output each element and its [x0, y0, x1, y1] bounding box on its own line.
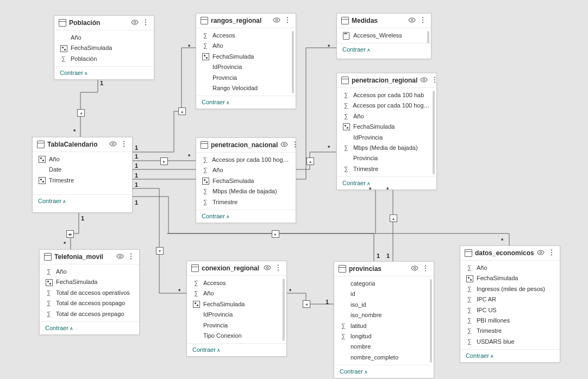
- field-row[interactable]: Accesos: [196, 30, 296, 41]
- field-row[interactable]: IdProvincia: [187, 309, 286, 320]
- field-row[interactable]: nombre: [334, 342, 434, 352]
- field-row[interactable]: FechaSimulada: [337, 122, 436, 132]
- scrollbar[interactable]: [292, 31, 294, 93]
- table-poblacion[interactable]: Población Año FechaSimulada Población Co…: [54, 15, 154, 80]
- visibility-icon[interactable]: [264, 264, 271, 273]
- more-icon[interactable]: [284, 16, 291, 25]
- collapse-link[interactable]: Contraer: [38, 198, 66, 204]
- field-row[interactable]: Año: [33, 154, 132, 165]
- collapse-link[interactable]: Contraer: [192, 346, 221, 353]
- field-row[interactable]: Provincia: [187, 320, 286, 331]
- visibility-icon[interactable]: [420, 76, 428, 85]
- field-row[interactable]: Año: [40, 267, 139, 277]
- field-row[interactable]: FechaSimulada: [187, 299, 286, 309]
- table-medidas[interactable]: Medidas Accesos_Wireless Contraer: [336, 13, 431, 59]
- field-row[interactable]: IdProvincia: [196, 62, 296, 72]
- field-row[interactable]: Año: [460, 263, 560, 273]
- field-row[interactable]: Trimestre: [460, 326, 560, 336]
- visibility-icon[interactable]: [131, 18, 139, 27]
- visibility-icon[interactable]: [537, 249, 545, 257]
- more-icon[interactable]: [419, 16, 427, 25]
- field-row[interactable]: Provincia: [196, 73, 296, 83]
- more-icon[interactable]: [127, 252, 135, 261]
- table-datos_econ[interactable]: datos_economicos Año FechaSimulada Ingre…: [460, 245, 560, 363]
- more-icon[interactable]: [431, 76, 439, 85]
- collapse-link[interactable]: Contraer: [340, 368, 368, 375]
- collapse-link[interactable]: Contraer: [60, 70, 88, 76]
- table-tablacalendario[interactable]: TablaCalendario Año Date Trimestre Contr…: [32, 137, 133, 213]
- more-icon[interactable]: [142, 18, 149, 27]
- field-row[interactable]: latitud: [334, 321, 434, 331]
- field-row[interactable]: Año: [196, 165, 296, 175]
- table-header[interactable]: datos_economicos: [460, 246, 560, 261]
- field-row[interactable]: longitud: [334, 331, 434, 342]
- field-row[interactable]: Ingresos (miles de pesos): [460, 284, 560, 294]
- field-row[interactable]: Accesos por cada 100 hogares: [196, 155, 296, 165]
- visibility-icon[interactable]: [273, 16, 280, 25]
- table-header[interactable]: penetracion_nacional: [196, 138, 296, 153]
- table-header[interactable]: Población: [54, 16, 154, 30]
- more-icon[interactable]: [291, 141, 299, 149]
- collapse-link[interactable]: Contraer: [342, 180, 371, 186]
- field-row[interactable]: Accesos: [187, 278, 286, 288]
- field-row[interactable]: iso_nombre: [334, 310, 434, 320]
- table-penetracion_nac[interactable]: penetracion_nacional Accesos por cada 10…: [196, 137, 296, 223]
- field-row[interactable]: Tipo Conexion: [187, 331, 286, 341]
- field-row[interactable]: PBI millones: [460, 315, 560, 326]
- more-icon[interactable]: [548, 249, 555, 257]
- table-rangos[interactable]: rangos_regional Accesos Año FechaSimulad…: [196, 13, 296, 109]
- field-row[interactable]: IPC US: [460, 305, 560, 315]
- collapse-link[interactable]: Contraer: [466, 352, 494, 359]
- field-row[interactable]: Año: [337, 111, 436, 122]
- field-row[interactable]: categoria: [334, 279, 434, 289]
- table-header[interactable]: penetracion_regional: [337, 73, 436, 88]
- model-canvas[interactable]: Población Año FechaSimulada Población Co…: [0, 0, 588, 379]
- field-row[interactable]: id: [334, 289, 434, 299]
- table-header[interactable]: TablaCalendario: [33, 137, 132, 152]
- field-row[interactable]: USDARS blue: [460, 337, 560, 347]
- field-row[interactable]: iso_id: [334, 300, 434, 310]
- table-header[interactable]: conexion_regional: [187, 261, 286, 276]
- table-telefonia[interactable]: Telefonia_movil Año FechaSimulada Total …: [39, 249, 140, 335]
- field-row[interactable]: nombre_completo: [334, 352, 434, 363]
- more-icon[interactable]: [274, 264, 282, 273]
- visibility-icon[interactable]: [116, 252, 124, 261]
- visibility-icon[interactable]: [411, 264, 418, 273]
- visibility-icon[interactable]: [408, 16, 416, 25]
- collapse-link[interactable]: Contraer: [202, 99, 230, 105]
- scrollbar[interactable]: [283, 279, 285, 341]
- scrollbar[interactable]: [427, 31, 429, 43]
- field-row[interactable]: FechaSimulada: [40, 277, 139, 287]
- field-row[interactable]: Mbps (Media de bajada): [337, 143, 436, 153]
- visibility-icon[interactable]: [280, 141, 288, 149]
- table-penetracion_reg[interactable]: penetracion_regional Accesos por cada 10…: [336, 73, 437, 190]
- collapse-link[interactable]: Contraer: [342, 46, 371, 53]
- field-row[interactable]: FechaSimulada: [460, 273, 560, 283]
- more-icon[interactable]: [422, 264, 429, 273]
- table-conexion[interactable]: conexion_regional Accesos Año FechaSimul…: [186, 261, 287, 357]
- field-row[interactable]: Trimestre: [196, 197, 296, 207]
- table-header[interactable]: rangos_regional: [196, 14, 296, 28]
- field-row[interactable]: Accesos por cada 100 hogares: [337, 100, 436, 111]
- scrollbar[interactable]: [430, 279, 432, 363]
- field-row[interactable]: Accesos_Wireless: [337, 30, 431, 41]
- field-row[interactable]: Año: [187, 288, 286, 299]
- field-row[interactable]: Año: [196, 41, 296, 51]
- field-row[interactable]: Provincia: [337, 153, 436, 163]
- field-row[interactable]: Trimestre: [337, 164, 436, 174]
- table-header[interactable]: Medidas: [337, 14, 431, 28]
- collapse-link[interactable]: Contraer: [45, 325, 73, 331]
- more-icon[interactable]: [120, 140, 128, 149]
- field-row[interactable]: IPC AR: [460, 294, 560, 305]
- field-row[interactable]: Mbps (Media de bajada): [196, 186, 296, 197]
- field-row[interactable]: FechaSimulada: [196, 176, 296, 186]
- table-header[interactable]: provincias: [334, 262, 434, 276]
- field-row[interactable]: Población: [54, 54, 154, 64]
- field-row[interactable]: IdProvincia: [337, 132, 436, 143]
- field-row[interactable]: FechaSimulada: [196, 52, 296, 62]
- field-row[interactable]: Total de accesos pospago: [40, 298, 139, 308]
- field-row[interactable]: Trimestre: [33, 175, 132, 186]
- table-provincias[interactable]: provincias categoria id iso_id iso_nombr…: [334, 261, 434, 378]
- field-row[interactable]: Total de accesos operativos: [40, 288, 139, 298]
- table-header[interactable]: Telefonia_movil: [40, 250, 139, 264]
